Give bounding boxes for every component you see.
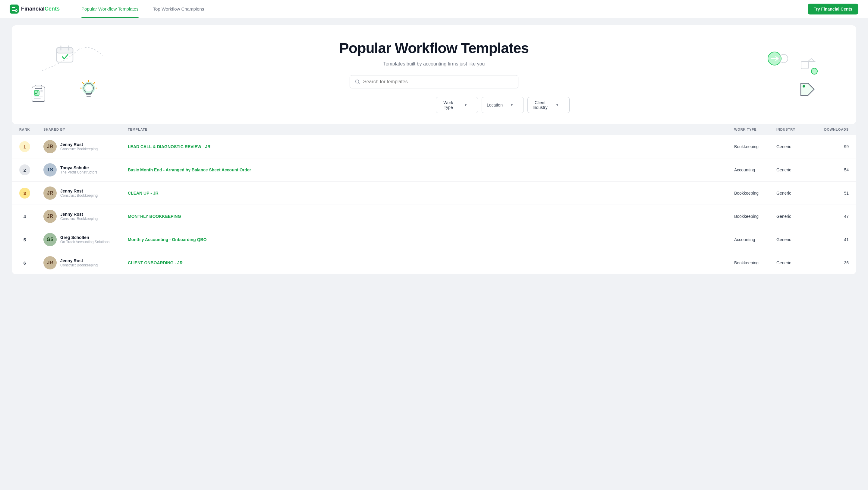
- location-filter[interactable]: Location ▾: [482, 97, 524, 113]
- search-input[interactable]: [363, 79, 513, 85]
- template-link[interactable]: LEAD CALL & DIAGNOSTIC REVIEW - JR: [128, 144, 210, 149]
- template-cell: CLIENT ONBOARDING - JR: [128, 260, 734, 265]
- template-cell: CLEAN UP - JR: [128, 191, 734, 196]
- rank-cell: 4: [19, 211, 43, 222]
- work-type-cell: Accounting: [734, 168, 776, 172]
- search-icon: [355, 79, 360, 85]
- avatar: JR: [43, 186, 57, 200]
- person-info: Jenny Rost Construct Bookkeeping: [60, 142, 98, 151]
- industry-cell: Generic: [776, 260, 812, 265]
- search-bar: [350, 75, 518, 88]
- avatar: JR: [43, 256, 57, 269]
- client-industry-filter[interactable]: Client Industry ▾: [527, 97, 569, 113]
- table-row: 6 JR Jenny Rost Construct Bookkeeping CL…: [12, 251, 856, 274]
- rank-badge: 2: [19, 165, 30, 175]
- table-row: 1 JR Jenny Rost Construct Bookkeeping LE…: [12, 135, 856, 158]
- nav-link-popular-workflow[interactable]: Popular Workflow Templates: [74, 0, 146, 18]
- try-financial-cents-button[interactable]: Try Financial Cents: [808, 4, 858, 15]
- col-shared-by: SHARED BY: [43, 127, 128, 131]
- hero-subtitle: Templates built by accounting firms just…: [24, 61, 844, 67]
- downloads-cell: 99: [812, 144, 849, 149]
- shared-by-cell: JR Jenny Rost Construct Bookkeeping: [43, 210, 128, 223]
- table-row: 4 JR Jenny Rost Construct Bookkeeping MO…: [12, 205, 856, 228]
- rank-cell: 1: [19, 141, 43, 152]
- col-work-type: WORK TYPE: [734, 127, 776, 131]
- downloads-cell: 47: [812, 214, 849, 219]
- person-name: Tonya Schulte: [60, 165, 97, 170]
- person-company: The Profit Constructors: [60, 170, 97, 174]
- person-company: Construct Bookkeeping: [60, 147, 98, 151]
- person-name: Jenny Rost: [60, 258, 98, 263]
- table-row: 5 GS Greg Scholten On Track Accounting S…: [12, 228, 856, 251]
- template-link[interactable]: MONTHLY BOOKKEEPING: [128, 214, 181, 219]
- shared-by-cell: JR Jenny Rost Construct Bookkeeping: [43, 186, 128, 200]
- industry-cell: Generic: [776, 214, 812, 219]
- templates-table: RANK SHARED BY TEMPLATE WORK TYPE INDUST…: [12, 124, 856, 274]
- col-downloads: DOWNLOADS: [812, 127, 849, 131]
- hero-title: Popular Workflow Templates: [24, 40, 844, 56]
- rank-cell: 3: [19, 188, 43, 199]
- table-header: RANK SHARED BY TEMPLATE WORK TYPE INDUST…: [12, 124, 856, 135]
- template-cell: LEAD CALL & DIAGNOSTIC REVIEW - JR: [128, 144, 734, 149]
- col-industry: INDUSTRY: [776, 127, 812, 131]
- rank-badge: 6: [19, 257, 30, 268]
- industry-cell: Generic: [776, 168, 812, 172]
- logo-text: FinancialCents: [21, 6, 60, 12]
- logo-icon: [10, 4, 19, 13]
- work-type-filter[interactable]: Work Type ▾: [436, 97, 478, 113]
- template-link[interactable]: CLEAN UP - JR: [128, 191, 158, 196]
- person-info: Greg Scholten On Track Accounting Soluti…: [60, 235, 110, 244]
- person-company: Construct Bookkeeping: [60, 217, 98, 221]
- col-rank: RANK: [19, 127, 43, 131]
- person-company: Construct Bookkeeping: [60, 194, 98, 198]
- work-type-cell: Bookkeeping: [734, 191, 776, 196]
- hero-content: Popular Workflow Templates Templates bui…: [24, 40, 844, 113]
- downloads-cell: 41: [812, 237, 849, 242]
- avatar: GS: [43, 233, 57, 246]
- person-company: On Track Accounting Solutions: [60, 240, 110, 244]
- avatar: JR: [43, 210, 57, 223]
- downloads-cell: 54: [812, 168, 849, 172]
- downloads-cell: 36: [812, 260, 849, 265]
- chevron-down-icon: ▾: [550, 103, 564, 107]
- template-link[interactable]: Monthly Accounting - Onboarding QBO: [128, 237, 207, 242]
- rank-cell: 5: [19, 234, 43, 245]
- person-info: Jenny Rost Construct Bookkeeping: [60, 189, 98, 198]
- nav-links: Popular Workflow Templates Top Workflow …: [74, 0, 808, 18]
- person-company: Construct Bookkeeping: [60, 263, 98, 267]
- person-info: Jenny Rost Construct Bookkeeping: [60, 212, 98, 221]
- industry-cell: Generic: [776, 144, 812, 149]
- shared-by-cell: GS Greg Scholten On Track Accounting Sol…: [43, 233, 128, 246]
- table-row: 2 TS Tonya Schulte The Profit Constructo…: [12, 158, 856, 182]
- chevron-down-icon: ▾: [505, 103, 519, 107]
- work-type-cell: Accounting: [734, 237, 776, 242]
- person-info: Tonya Schulte The Profit Constructors: [60, 165, 97, 174]
- industry-cell: Generic: [776, 237, 812, 242]
- work-type-cell: Bookkeeping: [734, 260, 776, 265]
- shared-by-cell: JR Jenny Rost Construct Bookkeeping: [43, 140, 128, 153]
- avatar: JR: [43, 140, 57, 153]
- template-link[interactable]: CLIENT ONBOARDING - JR: [128, 260, 183, 265]
- template-link[interactable]: Basic Month End - Arranged by Balance Sh…: [128, 168, 251, 172]
- nav-link-top-champions[interactable]: Top Workflow Champions: [146, 0, 212, 18]
- rank-badge: 5: [19, 234, 30, 245]
- chevron-down-icon: ▾: [458, 103, 473, 107]
- rank-badge: 3: [19, 188, 30, 199]
- person-name: Jenny Rost: [60, 189, 98, 194]
- rank-cell: 6: [19, 257, 43, 268]
- person-info: Jenny Rost Construct Bookkeeping: [60, 258, 98, 267]
- person-name: Jenny Rost: [60, 142, 98, 147]
- template-cell: Basic Month End - Arranged by Balance Sh…: [128, 167, 734, 173]
- work-type-cell: Bookkeeping: [734, 214, 776, 219]
- logo[interactable]: FinancialCents: [10, 4, 60, 13]
- shared-by-cell: TS Tonya Schulte The Profit Constructors: [43, 163, 128, 176]
- table-row: 3 JR Jenny Rost Construct Bookkeeping CL…: [12, 182, 856, 205]
- industry-cell: Generic: [776, 191, 812, 196]
- svg-line-32: [358, 83, 360, 84]
- rank-badge: 1: [19, 141, 30, 152]
- rank-cell: 2: [19, 165, 43, 175]
- navbar: FinancialCents Popular Workflow Template…: [0, 0, 868, 18]
- shared-by-cell: JR Jenny Rost Construct Bookkeeping: [43, 256, 128, 269]
- template-cell: Monthly Accounting - Onboarding QBO: [128, 237, 734, 242]
- col-template: TEMPLATE: [128, 127, 734, 131]
